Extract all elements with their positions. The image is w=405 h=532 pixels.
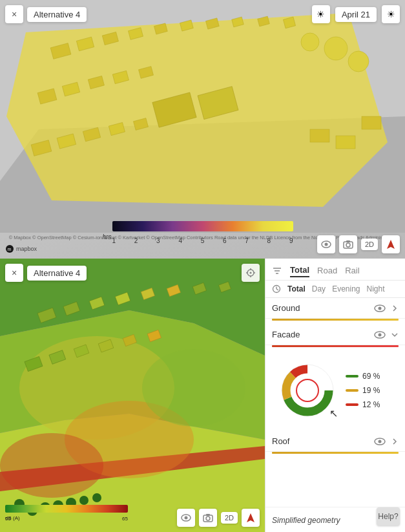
facade-bar xyxy=(272,345,399,347)
svg-point-47 xyxy=(142,349,245,427)
nav-icon-btn-bottom[interactable] xyxy=(242,509,260,527)
tab-total-source[interactable]: Total xyxy=(290,264,309,277)
alternative-label-top: Alternative 4 xyxy=(27,7,87,22)
svg-point-78 xyxy=(206,516,210,520)
bottom-map-view[interactable]: × Alternative 4 55 65 dB (A) xyxy=(0,259,265,532)
svg-rect-29 xyxy=(336,136,355,149)
ground-section-row: Ground xyxy=(265,298,405,319)
bottom-left-topbar: × Alternative 4 xyxy=(5,264,260,282)
noise-map-svg xyxy=(0,259,265,532)
nav-icon-btn-top[interactable] xyxy=(382,235,400,253)
view-icon-btn-bottom[interactable] xyxy=(177,509,195,527)
tab-night-time[interactable]: Night xyxy=(367,284,385,293)
ground-controls xyxy=(374,304,399,313)
legend-dot-yellow xyxy=(346,389,358,392)
colorbar-labels-bottom: 55 65 xyxy=(5,516,128,522)
svg-marker-36 xyxy=(387,240,395,249)
clock-icon xyxy=(272,284,281,293)
spacer xyxy=(265,456,405,507)
bottom-controls-bottom: 2D xyxy=(177,509,260,527)
svg-point-70 xyxy=(250,272,252,274)
mode-btn-bottom[interactable]: 2D xyxy=(221,512,238,524)
svg-point-96 xyxy=(379,440,382,443)
bottom-panel: × Alternative 4 55 65 dB (A) xyxy=(0,259,405,532)
eye-icon-bottom xyxy=(181,513,191,522)
locate-icon xyxy=(245,268,256,278)
roof-bar xyxy=(272,452,399,454)
eye-icon-roof[interactable] xyxy=(374,437,386,446)
camera-icon-top xyxy=(343,240,353,249)
svg-line-86 xyxy=(276,289,278,290)
top-toolbar: × Alternative 4 ☀ April 21 ☀ xyxy=(5,5,400,23)
tab-road-source[interactable]: Road xyxy=(317,264,337,277)
camera-icon-btn-top[interactable] xyxy=(339,235,357,253)
time-tabs-row: Total Day Evening Night xyxy=(265,281,405,298)
chart-area: ↖ 69 % 19 % 12 % xyxy=(265,350,405,431)
svg-rect-79 xyxy=(206,514,210,516)
tab-total-time[interactable]: Total xyxy=(287,284,306,293)
view-icon-btn-top[interactable] xyxy=(317,235,335,253)
eye-icon-ground[interactable] xyxy=(374,304,386,313)
legend-dot-red xyxy=(346,403,358,406)
legend-pct-green: 69 % xyxy=(362,372,380,381)
facade-controls xyxy=(374,330,399,339)
legend-pct-red: 12 % xyxy=(362,400,380,409)
chevron-down-icon-facade[interactable] xyxy=(391,331,399,339)
close-button-top[interactable]: × xyxy=(5,5,23,23)
sun-icon-btn[interactable]: ☀ xyxy=(312,5,330,23)
cursor-indicator: ↖ xyxy=(329,407,338,420)
legend-item-red: 12 % xyxy=(346,400,380,409)
map-background-svg xyxy=(0,0,405,233)
chevron-right-icon-roof[interactable] xyxy=(391,438,399,445)
help-button[interactable]: Help? xyxy=(377,507,400,526)
svg-rect-30 xyxy=(362,116,381,129)
nav-icon-bottom xyxy=(246,513,255,523)
top-map-panel: 1 2 3 4 5 6 7 8 9 hrs × Alternative 4 ☀ … xyxy=(0,0,405,259)
mapbox-text: mapbox xyxy=(16,246,37,252)
help-label: Help? xyxy=(378,512,398,521)
alternative-label-bottom: Alternative 4 xyxy=(27,266,87,281)
svg-point-14 xyxy=(324,37,348,60)
close-button-bottom[interactable]: × xyxy=(5,264,23,282)
svg-point-54 xyxy=(92,493,101,502)
camera-icon-btn-bottom[interactable] xyxy=(199,509,217,527)
locate-btn-bottom[interactable] xyxy=(242,264,260,282)
chart-legend: 69 % 19 % 12 % xyxy=(346,372,380,409)
facade-label: Facade xyxy=(272,330,300,339)
legend-pct-yellow: 19 % xyxy=(362,386,380,395)
roof-label: Roof xyxy=(272,436,289,446)
sun-icon: ☀ xyxy=(317,9,325,19)
db-unit-label: dB (A) xyxy=(5,515,20,521)
svg-point-13 xyxy=(301,33,319,51)
top-right-controls: ☀ April 21 ☀ xyxy=(312,5,400,23)
legend-dot-green xyxy=(346,375,358,378)
svg-rect-35 xyxy=(346,240,350,242)
mode-btn-top[interactable]: 2D xyxy=(361,239,378,250)
eye-icon-facade[interactable] xyxy=(374,330,386,339)
ground-label: Ground xyxy=(272,303,300,313)
mapbox-logo: m mapbox xyxy=(5,244,37,253)
bottom-left-top-left: × Alternative 4 xyxy=(5,264,87,282)
date-badge: April 21 xyxy=(335,7,377,22)
sun-right-icon-btn[interactable]: ☀ xyxy=(382,5,400,23)
nav-icon-top xyxy=(386,239,395,250)
top-map-view[interactable]: 1 2 3 4 5 6 7 8 9 hrs × Alternative 4 ☀ … xyxy=(0,0,405,259)
legend-item-yellow: 19 % xyxy=(346,386,380,395)
bottom-controls-top: 2D xyxy=(317,235,400,253)
tab-day-time[interactable]: Day xyxy=(312,284,326,293)
svg-point-90 xyxy=(379,333,382,336)
svg-point-32 xyxy=(324,243,327,246)
svg-point-76 xyxy=(184,516,187,520)
ground-bar xyxy=(272,319,399,321)
svg-text:m: m xyxy=(8,247,12,251)
tab-rail-source[interactable]: Rail xyxy=(345,264,359,277)
eye-icon-top xyxy=(321,240,331,249)
colorbar-bottom xyxy=(5,505,128,513)
chevron-right-icon-ground[interactable] xyxy=(391,304,399,312)
roof-section-row: Roof xyxy=(265,431,405,452)
colorbar-top xyxy=(112,221,293,231)
simplified-geometry-label: Simplified geometry xyxy=(272,516,340,525)
svg-rect-28 xyxy=(310,129,329,142)
svg-marker-80 xyxy=(247,513,254,522)
tab-evening-time[interactable]: Evening xyxy=(332,284,360,293)
